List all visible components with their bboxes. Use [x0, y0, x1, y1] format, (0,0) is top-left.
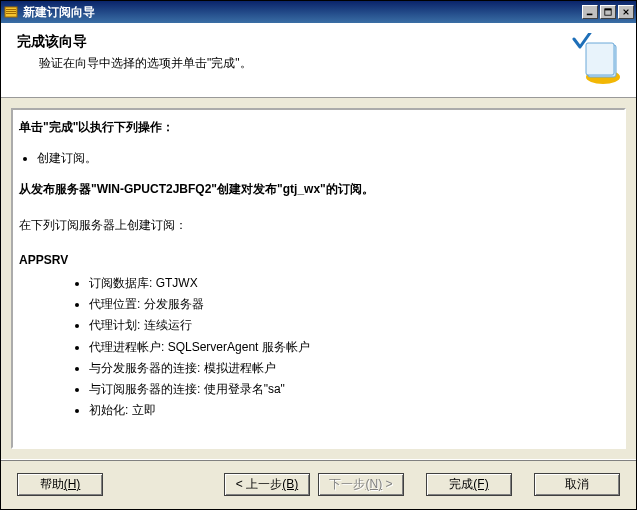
- detail-item: 代理位置: 分发服务器: [89, 295, 618, 314]
- detail-item: 订阅数据库: GTJWX: [89, 274, 618, 293]
- summary-intro: 单击"完成"以执行下列操作：: [19, 118, 618, 137]
- summary-publisher-line: 从发布服务器"WIN-GPUCT2JBFQ2"创建对发布"gtj_wx"的订阅。: [19, 180, 618, 199]
- window-controls: [582, 5, 634, 19]
- page-title: 完成该向导: [17, 33, 620, 51]
- svg-rect-2: [6, 11, 16, 12]
- close-button[interactable]: [618, 5, 634, 19]
- finish-button[interactable]: 完成(F): [426, 473, 512, 496]
- button-bar: 帮助(H) < 上一步(B) 下一步(N) > 完成(F) 取消: [1, 459, 636, 509]
- page-subtitle: 验证在向导中选择的选项并单击"完成"。: [39, 55, 620, 72]
- subscriber-server-name: APPSRV: [19, 251, 618, 270]
- window-title: 新建订阅向导: [23, 4, 582, 21]
- svg-rect-11: [586, 43, 614, 75]
- summary-subscribers-line: 在下列订阅服务器上创建订阅：: [19, 216, 618, 235]
- titlebar: 新建订阅向导: [1, 1, 636, 23]
- subscription-details-list: 订阅数据库: GTJWX 代理位置: 分发服务器 代理计划: 连续运行 代理进程…: [89, 274, 618, 420]
- wizard-header: 完成该向导 验证在向导中选择的选项并单击"完成"。: [1, 23, 636, 98]
- wizard-complete-icon: [570, 33, 622, 85]
- maximize-button[interactable]: [600, 5, 616, 19]
- next-button: 下一步(N) >: [318, 473, 404, 496]
- svg-rect-6: [605, 9, 611, 11]
- back-button[interactable]: < 上一步(B): [224, 473, 310, 496]
- detail-item: 初始化: 立即: [89, 401, 618, 420]
- summary-create-action: 创建订阅。: [37, 149, 618, 168]
- help-button[interactable]: 帮助(H): [17, 473, 103, 496]
- wizard-window: 新建订阅向导 完成该向导 验证在向导中选择的选项并单击"完成"。: [0, 0, 637, 510]
- content-area: 单击"完成"以执行下列操作： 创建订阅。 从发布服务器"WIN-GPUCT2JB…: [1, 98, 636, 459]
- svg-rect-1: [6, 9, 16, 10]
- detail-item: 代理进程帐户: SQLServerAgent 服务帐户: [89, 338, 618, 357]
- detail-item: 与分发服务器的连接: 模拟进程帐户: [89, 359, 618, 378]
- app-icon: [3, 4, 19, 20]
- minimize-button[interactable]: [582, 5, 598, 19]
- cancel-button[interactable]: 取消: [534, 473, 620, 496]
- svg-rect-4: [587, 14, 593, 16]
- svg-rect-3: [6, 13, 16, 14]
- detail-item: 代理计划: 连续运行: [89, 316, 618, 335]
- summary-panel[interactable]: 单击"完成"以执行下列操作： 创建订阅。 从发布服务器"WIN-GPUCT2JB…: [11, 108, 626, 449]
- detail-item: 与订阅服务器的连接: 使用登录名"sa": [89, 380, 618, 399]
